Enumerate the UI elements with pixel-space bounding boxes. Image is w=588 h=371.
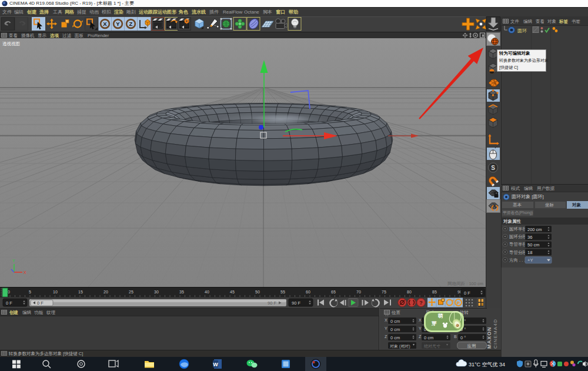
svg-text:对象 (相对): 对象 (相对) xyxy=(390,344,410,349)
svg-text:0 F: 0 F xyxy=(464,290,470,296)
svg-text:圆环分段: 圆环分段 xyxy=(509,234,527,239)
svg-text:200 cm: 200 cm xyxy=(527,227,542,232)
svg-text:0 cm: 0 cm xyxy=(390,319,400,324)
svg-text:透视视图: 透视视图 xyxy=(2,41,20,46)
svg-text:B: B xyxy=(454,335,457,339)
svg-text:导管半径: 导管半径 xyxy=(509,242,527,247)
svg-text:0 cm: 0 cm xyxy=(390,335,400,340)
svg-text:Z: Z xyxy=(419,335,422,339)
svg-text:0 cm: 0 cm xyxy=(424,335,433,340)
svg-text:Z: Z xyxy=(385,335,387,339)
svg-text:S: S xyxy=(491,165,495,171)
svg-text:60: 60 xyxy=(306,290,310,294)
svg-text:30: 30 xyxy=(154,290,159,294)
svg-text:X: X xyxy=(103,21,107,27)
svg-text:Y: Y xyxy=(385,326,387,330)
svg-text:导管分段: 导管分段 xyxy=(509,250,527,255)
svg-text:35: 35 xyxy=(179,290,184,294)
svg-text:0 °: 0 ° xyxy=(460,335,466,340)
svg-text:Y: Y xyxy=(12,259,15,263)
svg-text:?: ? xyxy=(419,300,423,306)
svg-text:绝对尺寸: 绝对尺寸 xyxy=(424,344,440,349)
svg-text:75: 75 xyxy=(382,290,386,294)
svg-text:圆环: 圆环 xyxy=(517,28,527,34)
svg-text:36: 36 xyxy=(527,235,532,240)
svg-text:位置: 位置 xyxy=(392,310,401,315)
svg-text:80: 80 xyxy=(407,290,412,294)
svg-text:方向 . . .: 方向 . . . xyxy=(509,258,526,263)
svg-text:Z: Z xyxy=(129,21,133,27)
svg-text:Y: Y xyxy=(116,21,120,27)
svg-text:50 cm: 50 cm xyxy=(527,242,539,248)
svg-text:70: 70 xyxy=(356,290,361,294)
svg-text:Y: Y xyxy=(419,326,422,330)
svg-text:90 F: 90 F xyxy=(268,300,276,306)
svg-text:10: 10 xyxy=(53,290,58,294)
svg-text:P: P xyxy=(457,300,460,306)
svg-text:45: 45 xyxy=(230,290,235,294)
svg-text:网格间距 : 100 cm: 网格间距 : 100 cm xyxy=(447,281,483,286)
svg-text:65: 65 xyxy=(331,290,336,294)
svg-text:X: X xyxy=(419,318,422,322)
svg-text:85: 85 xyxy=(432,290,437,294)
svg-text:+Y: +Y xyxy=(527,258,533,263)
svg-text:应用: 应用 xyxy=(467,343,476,349)
svg-text:55: 55 xyxy=(280,290,285,294)
svg-text:X: X xyxy=(24,270,26,275)
svg-text:40: 40 xyxy=(205,290,209,294)
svg-text:0 F: 0 F xyxy=(6,300,12,306)
svg-text:25: 25 xyxy=(129,290,133,294)
svg-text:X: X xyxy=(385,318,387,322)
svg-text:W: W xyxy=(213,362,218,367)
svg-text:0: 0 xyxy=(8,290,10,294)
svg-text:圆环半径: 圆环半径 xyxy=(509,226,527,232)
svg-text:20: 20 xyxy=(103,290,108,294)
svg-text:18: 18 xyxy=(527,250,532,255)
svg-text:31°C 空气优 34: 31°C 空气优 34 xyxy=(469,362,505,367)
svg-text:0 F: 0 F xyxy=(37,300,44,306)
svg-text:5: 5 xyxy=(29,290,31,294)
svg-text:50: 50 xyxy=(255,290,260,294)
svg-text:90 F: 90 F xyxy=(292,300,300,306)
svg-text:0 cm: 0 cm xyxy=(390,327,400,332)
svg-text:15: 15 xyxy=(78,290,83,294)
